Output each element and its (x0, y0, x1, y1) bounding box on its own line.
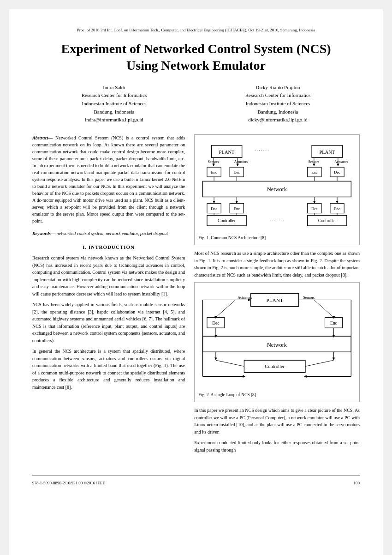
intro-para-3: In general the NCS architecture is a sys… (32, 348, 185, 391)
svg-text:Sensors: Sensors (309, 159, 320, 163)
abstract-section: Abstract— Networked Control System (NCS)… (32, 134, 185, 224)
author-2-name: Dicky Rianto Prajitno (245, 84, 310, 92)
intro-para-1: Research control system via network know… (32, 254, 185, 297)
svg-text:Enc: Enc (311, 170, 317, 175)
svg-text:Enc: Enc (211, 170, 217, 175)
right-text-1: Most of NCS research as use a simple arc… (194, 250, 360, 278)
fig2-caption: Fig. 2. A single Loop of NCS [8] (198, 392, 356, 398)
svg-text:Enc: Enc (234, 206, 240, 211)
svg-text:Sensors: Sensors (208, 159, 219, 163)
figure-1-container: PLANT PLANT · · · · · · · Sensors Actuat… (194, 134, 360, 245)
svg-text:Enc: Enc (330, 321, 337, 326)
svg-text:Network: Network (267, 342, 287, 348)
svg-text:Actuators: Actuators (335, 159, 348, 163)
svg-text:PLANT: PLANT (320, 150, 335, 155)
svg-text:·  ·  ·  ·  ·  ·  ·: · · · · · · · (255, 149, 269, 153)
svg-marker-79 (333, 357, 335, 360)
intro-para-2: NCS has been widely applied in various f… (32, 301, 185, 344)
svg-text:Controller: Controller (318, 218, 337, 223)
author-2-email: dicky@informatika.lipi.go.id (245, 116, 310, 124)
svg-marker-14 (313, 163, 315, 166)
author-1-email: indra@informatika.lipi.go.id (82, 116, 147, 124)
author-2-city: Bandung, Indonesia (245, 108, 310, 116)
abstract-text: Abstract— Networked Control System (NCS)… (32, 134, 185, 224)
figure-2-container: PLANT Actuators Sensors Dec Enc (194, 282, 360, 402)
figure-2-diagram: PLANT Actuators Sensors Dec Enc (198, 286, 356, 388)
left-column: Abstract— Networked Control System (NCS)… (32, 134, 185, 458)
footer-page: 100 (354, 481, 360, 485)
svg-marker-86 (243, 375, 246, 378)
svg-text:Network: Network (267, 186, 287, 193)
svg-marker-89 (304, 375, 307, 378)
svg-text:Sensors: Sensors (303, 296, 315, 300)
svg-text:PLANT: PLANT (219, 150, 235, 155)
footer: 978-1-5090-0890-2/16/$31.00 ©2016 IEEE 1… (32, 476, 360, 485)
svg-text:PLANT: PLANT (267, 297, 284, 303)
svg-marker-77 (214, 357, 217, 360)
svg-marker-38 (336, 201, 339, 204)
svg-text:Dec: Dec (234, 170, 240, 175)
svg-marker-10 (212, 163, 215, 166)
two-column-layout: Abstract— Networked Control System (NCS)… (32, 134, 360, 458)
svg-marker-16 (337, 163, 339, 166)
author-1-aff1: Research Center for Informatics (82, 91, 147, 100)
author-1-city: Bandung, Indonesia (82, 108, 147, 116)
author-1: Indra Sakti Research Center for Informat… (82, 84, 147, 124)
svg-line-83 (305, 360, 334, 366)
svg-marker-35 (213, 201, 215, 204)
svg-text:Dec: Dec (334, 170, 340, 175)
authors-section: Indra Sakti Research Center for Informat… (32, 84, 360, 124)
svg-text:Dec: Dec (211, 206, 217, 211)
svg-line-65 (216, 300, 236, 318)
fig1-caption: Fig. 1. Common NCS Architecture [8] (198, 235, 356, 241)
svg-text:Dec: Dec (311, 206, 318, 211)
keywords-section: Keywords— networked control system, netw… (32, 230, 185, 237)
svg-text:Controller: Controller (265, 364, 285, 369)
keywords-text: Keywords— networked control system, netw… (32, 230, 185, 237)
paper-title: Experiment of Networked Control System (… (32, 41, 360, 74)
footer-isbn: 978-1-5090-0890-2/16/$31.00 ©2016 IEEE (32, 481, 105, 485)
svg-line-82 (216, 360, 244, 366)
right-text-2: In this paper we present an NCS design w… (194, 407, 360, 435)
svg-marker-37 (313, 201, 316, 204)
svg-text:Dec: Dec (212, 321, 219, 326)
svg-marker-36 (236, 201, 238, 204)
svg-marker-12 (237, 163, 239, 166)
page: Proc. of 2016 3rd Int. Conf. on Informat… (9, 9, 383, 555)
author-2-aff2: Indonesian Institute of Sciences (245, 100, 310, 108)
right-text-3: Experiment conducted limited only looks … (194, 439, 360, 453)
author-2: Dicky Rianto Prajitno Research Center fo… (245, 84, 310, 124)
author-1-aff2: Indonesian Institute of Sciences (82, 100, 147, 108)
right-column: PLANT PLANT · · · · · · · Sensors Actuat… (194, 134, 360, 458)
svg-text:Actuators: Actuators (238, 296, 252, 300)
svg-line-68 (314, 300, 334, 318)
figure-1-diagram: PLANT PLANT · · · · · · · Sensors Actuat… (198, 139, 356, 231)
header-citation: Proc. of 2016 3rd Int. Conf. on Informat… (32, 28, 360, 32)
author-1-name: Indra Sakti (82, 84, 147, 92)
section1-title: I. Introduction (32, 243, 185, 251)
svg-text:Actuators: Actuators (234, 159, 248, 163)
svg-text:Enc: Enc (334, 206, 340, 211)
svg-text:Controller: Controller (218, 218, 236, 223)
author-2-aff1: Research Center for Informatics (245, 91, 310, 100)
svg-text:·  ·  ·  ·  ·  ·  ·: · · · · · · · (270, 218, 284, 223)
